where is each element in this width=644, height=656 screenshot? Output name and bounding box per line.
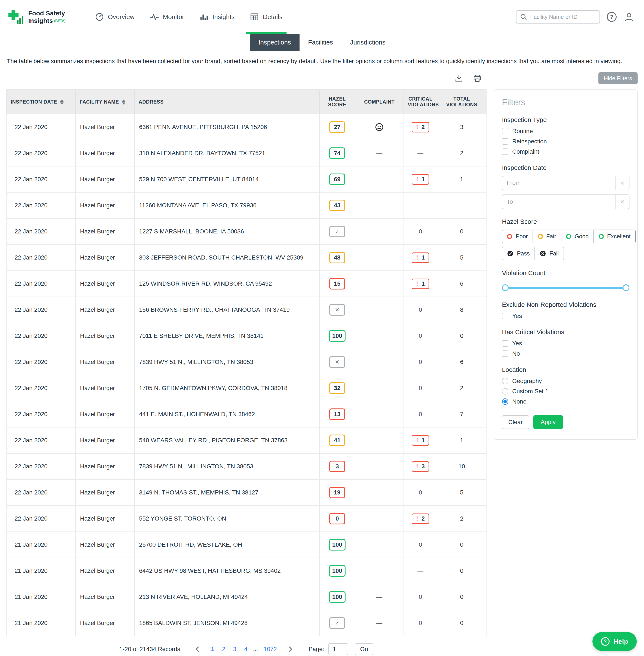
inspection-row[interactable]: 22 Jan 2020 Hazel Burger 310 N ALEXANDER… bbox=[7, 140, 486, 166]
filter-location-none[interactable]: None bbox=[502, 398, 629, 405]
page-description: The table below summarizes inspections t… bbox=[7, 58, 637, 65]
nav-item-monitor[interactable]: Monitor bbox=[148, 0, 186, 34]
filter-option-routine[interactable]: Routine bbox=[502, 128, 629, 135]
inspection-row[interactable]: 21 Jan 2020 Hazel Burger 1865 BALDWIN ST… bbox=[7, 610, 486, 636]
checkbox-icon[interactable] bbox=[502, 313, 508, 319]
column-header-total-violations[interactable]: Total Violations bbox=[437, 90, 486, 114]
help-icon[interactable]: ? bbox=[607, 12, 617, 22]
filter-score-excellent[interactable]: Excellent bbox=[594, 230, 636, 243]
filter-critical-yes[interactable]: Yes bbox=[502, 340, 629, 347]
inspection-row[interactable]: 22 Jan 2020 Hazel Burger 7011 E SHELBY D… bbox=[7, 323, 486, 349]
page-link-1[interactable]: 1 bbox=[208, 646, 217, 653]
next-page-icon[interactable] bbox=[287, 647, 292, 652]
column-header-hazel-score[interactable]: Hazel Score bbox=[319, 90, 355, 114]
column-header-critical-violations[interactable]: Critical Violations bbox=[404, 90, 437, 114]
page-link-4[interactable]: 4 bbox=[241, 646, 251, 653]
tab-inspections[interactable]: Inspections bbox=[250, 34, 300, 51]
date-from-input[interactable] bbox=[502, 180, 615, 186]
checkbox-icon[interactable] bbox=[502, 138, 508, 145]
filter-location-custom-set-1[interactable]: Custom Set 1 bbox=[502, 388, 629, 395]
clear-filters-button[interactable]: Clear bbox=[502, 415, 529, 429]
checkbox-icon[interactable] bbox=[502, 350, 508, 357]
print-icon bbox=[473, 74, 482, 83]
inspection-row[interactable]: 22 Jan 2020 Hazel Burger 6361 PENN AVENU… bbox=[7, 114, 486, 140]
column-header-facility-name[interactable]: Facility Name bbox=[75, 90, 135, 114]
print-button[interactable] bbox=[473, 74, 482, 83]
checkbox-icon[interactable] bbox=[502, 340, 508, 347]
address-cell: 441 E. MAIN ST., HOHENWALD, TN 38462 bbox=[135, 401, 319, 427]
hide-filters-button[interactable]: Hide Filters bbox=[598, 72, 638, 84]
page-input[interactable] bbox=[328, 643, 348, 655]
clear-date-from-icon[interactable]: × bbox=[615, 176, 629, 190]
inspection-row[interactable]: 22 Jan 2020 Hazel Burger 3149 N. THOMAS … bbox=[7, 479, 486, 505]
prev-page-icon[interactable] bbox=[196, 647, 201, 652]
tab-facilities[interactable]: Facilities bbox=[300, 34, 342, 51]
filter-fail[interactable]: Fail bbox=[534, 247, 564, 261]
monitor-icon bbox=[150, 13, 159, 21]
inspection-row[interactable]: 22 Jan 2020 Hazel Burger 441 E. MAIN ST.… bbox=[7, 401, 486, 427]
inspection-row[interactable]: 22 Jan 2020 Hazel Burger 11260 MONTANA A… bbox=[7, 193, 486, 219]
pass-icon bbox=[507, 250, 513, 257]
inspection-date-cell: 22 Jan 2020 bbox=[7, 193, 75, 219]
slider-handle-min[interactable] bbox=[502, 284, 509, 291]
inspection-row[interactable]: 22 Jan 2020 Hazel Burger 1705 N. GERMANT… bbox=[7, 375, 486, 401]
tab-jurisdictions[interactable]: Jurisdictions bbox=[342, 34, 394, 51]
apply-filters-button[interactable]: Apply bbox=[533, 415, 563, 429]
go-button[interactable]: Go bbox=[355, 643, 373, 655]
critical-count: 1 bbox=[421, 176, 425, 183]
user-avatar-icon[interactable] bbox=[623, 12, 635, 22]
column-header-address[interactable]: Address bbox=[135, 90, 319, 114]
facility-search[interactable] bbox=[516, 10, 600, 24]
radio-icon-selected[interactable] bbox=[502, 399, 508, 405]
filter-option-label: Complaint bbox=[512, 148, 539, 155]
inspection-row[interactable]: 22 Jan 2020 Hazel Burger 7839 HWY 51 N.,… bbox=[7, 349, 486, 375]
clear-date-to-icon[interactable]: × bbox=[615, 195, 629, 209]
inspection-row[interactable]: 22 Jan 2020 Hazel Burger 156 BROWNS FERR… bbox=[7, 297, 486, 323]
page-link-2[interactable]: 2 bbox=[219, 646, 229, 653]
location-heading: Location bbox=[502, 366, 629, 374]
filter-score-poor[interactable]: Poor bbox=[502, 230, 533, 243]
column-header-inspection-date[interactable]: Inspection Date bbox=[7, 90, 75, 114]
page-link-3[interactable]: 3 bbox=[230, 646, 239, 653]
complaint-cell bbox=[355, 375, 404, 401]
brand[interactable]: Food Safety Insights(BETA) bbox=[7, 8, 79, 25]
inspection-row[interactable]: 22 Jan 2020 Hazel Burger 125 WINDSOR RIV… bbox=[7, 271, 486, 297]
filter-score-fair[interactable]: Fair bbox=[532, 230, 561, 243]
inspection-row[interactable]: 22 Jan 2020 Hazel Burger 540 WEARS VALLE… bbox=[7, 427, 486, 453]
checkbox-icon[interactable] bbox=[502, 128, 508, 134]
inspection-row[interactable]: 22 Jan 2020 Hazel Burger 552 YONGE ST, T… bbox=[7, 505, 486, 532]
filter-pass[interactable]: Pass bbox=[502, 247, 535, 261]
nav-item-details[interactable]: Details bbox=[248, 0, 284, 34]
filters-title: Filters bbox=[502, 97, 629, 107]
slider-handle-max[interactable] bbox=[623, 284, 629, 291]
filter-exclude-yes[interactable]: Yes bbox=[502, 313, 629, 319]
details-icon bbox=[250, 13, 259, 21]
column-header-complaint[interactable]: Complaint bbox=[355, 90, 404, 114]
nav-item-overview[interactable]: Overview bbox=[93, 0, 136, 34]
download-button[interactable] bbox=[455, 74, 463, 83]
filter-option-reinspection[interactable]: Reinspection bbox=[502, 138, 629, 145]
inspection-row[interactable]: 21 Jan 2020 Hazel Burger 6442 US HWY 98 … bbox=[7, 558, 486, 584]
inspection-row[interactable]: 22 Jan 2020 Hazel Burger 7839 HWY 51 N.,… bbox=[7, 453, 486, 479]
filter-critical-no[interactable]: No bbox=[502, 350, 629, 357]
complaint-cell bbox=[355, 297, 404, 323]
search-input[interactable] bbox=[530, 14, 596, 20]
page-link-1072[interactable]: 1072 bbox=[260, 646, 280, 653]
radio-icon[interactable] bbox=[502, 388, 508, 394]
radio-icon[interactable] bbox=[502, 378, 508, 384]
inspection-row[interactable]: 21 Jan 2020 Hazel Burger 213 N RIVER AVE… bbox=[7, 584, 486, 610]
date-to-input[interactable] bbox=[502, 198, 615, 205]
address-cell: 213 N RIVER AVE, HOLLAND, MI 49424 bbox=[135, 584, 319, 610]
nav-item-insights[interactable]: Insights bbox=[198, 0, 236, 34]
inspection-row[interactable]: 22 Jan 2020 Hazel Burger 303 JEFFERSON R… bbox=[7, 245, 486, 271]
filter-option-complaint[interactable]: Complaint bbox=[502, 148, 629, 155]
inspection-row[interactable]: 22 Jan 2020 Hazel Burger 529 N 700 WEST,… bbox=[7, 166, 486, 193]
inspection-row[interactable]: 21 Jan 2020 Hazel Burger 25700 DETROIT R… bbox=[7, 532, 486, 558]
download-icon bbox=[455, 74, 463, 83]
help-button[interactable]: ? Help bbox=[593, 632, 637, 651]
inspection-row[interactable]: 22 Jan 2020 Hazel Burger 1227 S MARSHALL… bbox=[7, 219, 486, 245]
filter-location-geography[interactable]: Geography bbox=[502, 378, 629, 384]
filter-score-good[interactable]: Good bbox=[561, 230, 594, 243]
violation-count-slider[interactable] bbox=[503, 284, 628, 292]
checkbox-icon[interactable] bbox=[502, 149, 508, 155]
